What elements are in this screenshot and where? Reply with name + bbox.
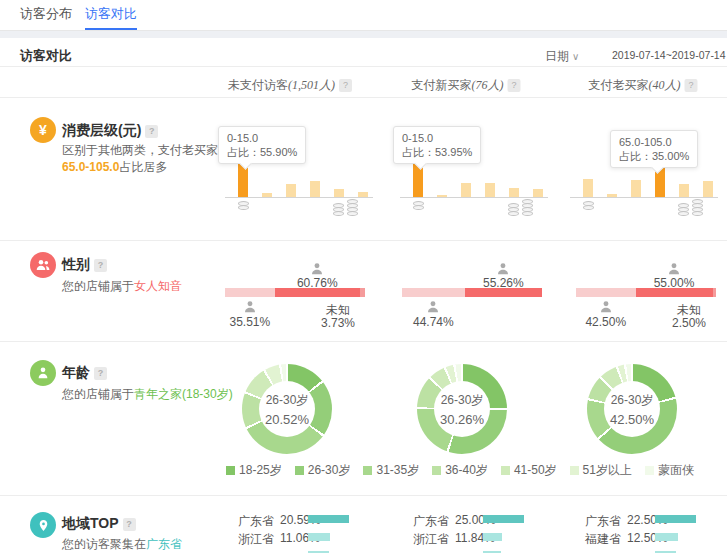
panel-title: 访客对比: [20, 47, 72, 65]
column-header-new-buyers: 支付新买家(76人)?: [412, 77, 521, 94]
bar[interactable]: [509, 188, 519, 197]
female-icon: [310, 262, 324, 276]
age-legend: 18-25岁26-30岁31-35岁36-40岁41-50岁51岁以上蒙面侠: [225, 462, 695, 479]
help-icon[interactable]: ?: [685, 79, 698, 92]
bar[interactable]: [358, 192, 368, 197]
coin-stack-icon: [692, 200, 703, 216]
coin: [522, 211, 533, 216]
bar[interactable]: [461, 183, 471, 197]
column-count: (1,501人): [288, 78, 335, 92]
help-icon[interactable]: ?: [339, 79, 352, 92]
column-count: (40人): [649, 78, 681, 92]
tooltip-percent: 占比：55.90%: [227, 145, 297, 159]
gender-desc-prefix: 您的店铺属于: [62, 279, 134, 293]
legend-item[interactable]: 51岁以上: [570, 462, 632, 479]
unknown-segment[interactable]: [360, 288, 365, 297]
gender-bar: [576, 288, 716, 297]
bar[interactable]: [437, 195, 447, 197]
tab-visitor-distribution[interactable]: 访客分布: [20, 0, 72, 28]
legend-item[interactable]: 18-25岁: [226, 462, 282, 479]
region-name: 福建省: [585, 531, 621, 548]
coin: [583, 205, 594, 210]
coin: [333, 211, 344, 216]
donut-center: 26-30岁30.26%: [434, 381, 490, 437]
legend-item[interactable]: 41-50岁: [501, 462, 557, 479]
coins-group-icon: [678, 200, 703, 216]
gender-desc-highlight: 女人知音: [134, 279, 182, 293]
date-type-label: 日期: [545, 49, 569, 63]
consumption-chart-unpaid: 0-15.0占比：55.90%: [215, 124, 383, 220]
column-title: 支付新买家: [412, 78, 472, 92]
tooltip-range: 65.0-105.0: [619, 135, 689, 149]
bar[interactable]: [679, 184, 689, 197]
x-axis: [400, 197, 548, 198]
legend-item[interactable]: 31-35岁: [363, 462, 419, 479]
bar[interactable]: [607, 194, 617, 197]
column-title: 未支付访客: [228, 78, 288, 92]
male-segment[interactable]: [402, 288, 465, 297]
bar[interactable]: [703, 181, 713, 197]
region-list-unpaid: 广东省20.59%浙江省11.06%: [225, 513, 385, 553]
help-icon[interactable]: ?: [94, 367, 107, 380]
bar[interactable]: [583, 179, 593, 197]
age-donut-unpaid: 26-30岁20.52%: [242, 364, 332, 454]
chart-tooltip: 0-15.0占比：55.90%: [218, 126, 306, 164]
male-icon: [599, 300, 613, 314]
age-desc: 您的店铺属于青年之家(18-30岁): [62, 386, 233, 403]
column-header-unpaid: 未支付访客(1,501人)?: [228, 77, 352, 94]
tooltip-percent: 占比：35.00%: [619, 149, 689, 163]
male-percent: 35.51%: [229, 315, 270, 329]
female-percent: 55.26%: [483, 276, 524, 290]
bar[interactable]: [334, 189, 344, 197]
chevron-down-icon: ∨: [572, 51, 579, 62]
visitor-comparison-panel: 访客对比 日期∨ 2019-07-14~2019-07-14 未支付访客(1,5…: [0, 38, 727, 553]
coin: [678, 211, 689, 216]
legend-item[interactable]: 蒙面侠: [645, 462, 694, 479]
help-icon[interactable]: ?: [123, 518, 136, 531]
consumption-range-highlight: 65.0-105.0: [62, 160, 119, 174]
male-percent: 42.50%: [585, 315, 626, 329]
help-icon[interactable]: ?: [145, 125, 158, 138]
coin-stack-icon: [333, 204, 344, 216]
legend-swatch: [295, 466, 304, 475]
help-icon[interactable]: ?: [508, 79, 521, 92]
gender-people-icon: [30, 252, 56, 278]
legend-item[interactable]: 36-40岁: [432, 462, 488, 479]
coin-stack-icon: [678, 204, 689, 216]
date-range-picker[interactable]: 2019-07-14~2019-07-14: [612, 49, 726, 61]
legend-swatch: [432, 466, 441, 475]
bar[interactable]: [262, 193, 272, 197]
divider: [0, 66, 727, 67]
legend-swatch: [226, 466, 235, 475]
visitor-compare-page: 访客分布 访客对比 访客对比 日期∨ 2019-07-14~2019-07-14…: [0, 0, 727, 553]
region-name: 广东省: [238, 513, 274, 530]
bar[interactable]: [485, 183, 495, 197]
chart-tooltip: 65.0-105.0占比：35.00%: [610, 130, 698, 168]
unknown-segment[interactable]: [713, 288, 717, 297]
consumption-chart-old-buyers: 65.0-105.0占比：35.00%: [560, 124, 727, 220]
location-pin-icon: [30, 512, 56, 538]
legend-item[interactable]: 26-30岁: [295, 462, 351, 479]
column-header-old-buyers: 支付老买家(40人)?: [589, 77, 698, 94]
divider: [0, 341, 727, 342]
bar[interactable]: [286, 184, 296, 197]
male-segment[interactable]: [225, 288, 275, 297]
date-type-dropdown[interactable]: 日期∨: [545, 48, 579, 65]
gender-chart-unpaid: 60.76%35.51%未知3.73%: [225, 258, 415, 336]
age-desc-highlight: 青年之家(18-30岁): [134, 387, 233, 401]
region-bar: [483, 533, 502, 541]
coin-stack-icon: [238, 202, 249, 210]
bar[interactable]: [533, 189, 543, 197]
legend-label: 51岁以上: [583, 462, 632, 479]
age-donut-new-buyers: 26-30岁30.26%: [417, 364, 507, 454]
legend-swatch: [501, 466, 510, 475]
tab-visitor-comparison[interactable]: 访客对比: [85, 0, 137, 30]
bar[interactable]: [631, 180, 641, 197]
legend-label: 31-35岁: [376, 462, 419, 479]
bar[interactable]: [310, 181, 320, 197]
male-segment[interactable]: [576, 288, 636, 297]
donut-center-value: 20.52%: [265, 412, 309, 427]
donut-center-value: 42.50%: [610, 412, 654, 427]
help-icon[interactable]: ?: [94, 259, 107, 272]
coin: [413, 205, 424, 210]
